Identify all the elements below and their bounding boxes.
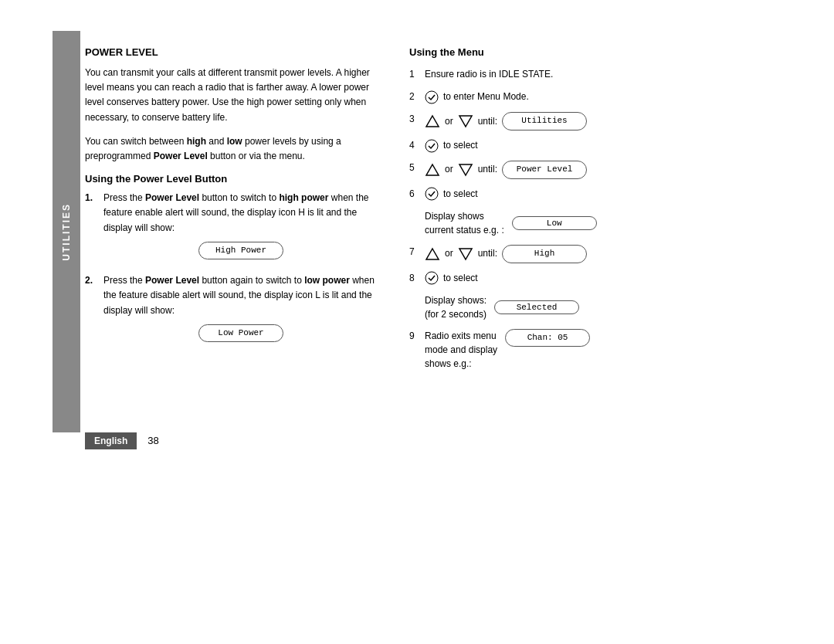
display-box-selected: Selected — [494, 300, 579, 314]
right-step-7: 7 or until: High — [409, 245, 703, 263]
intro-para2-bold3: Power Level — [154, 151, 208, 161]
right-step-1: 1 Ensure radio is in IDLE STATE. — [409, 67, 703, 82]
display-label-low: Display showscurrent status e.g. : Low — [409, 209, 703, 237]
right-step-8: 8 to select — [409, 271, 703, 286]
display-box-9: Chan: 05 — [505, 329, 590, 347]
step-content-5: or until: Power Level — [425, 161, 587, 179]
step-content-4: to select — [425, 138, 478, 153]
svg-point-3 — [425, 140, 438, 152]
right-section-title: Using the Menu — [409, 46, 703, 58]
step-content-9: Radio exits menumode and displayshows e.… — [425, 329, 590, 371]
up-icon-7 — [425, 247, 440, 261]
sidebar-tab-label: UTILITIES — [61, 203, 72, 261]
footer: English 38 — [85, 425, 749, 449]
right-step-5: 5 or until: Power Level — [409, 161, 703, 179]
svg-marker-7 — [426, 249, 439, 259]
svg-point-6 — [425, 188, 438, 200]
display-box-low: Low — [512, 216, 597, 230]
right-column: Using the Menu 1 Ensure radio is in IDLE… — [409, 46, 703, 378]
intro-para2-bold1: high — [187, 136, 206, 147]
display-label-selected-text: Display shows:(for 2 seconds) — [425, 293, 486, 321]
step-content-8: to select — [425, 271, 478, 286]
step-num-3: 3 — [409, 112, 425, 127]
down-icon-7 — [458, 247, 473, 261]
step-content-7: or until: High — [425, 245, 587, 263]
up-icon-3 — [425, 114, 440, 129]
section-title: POWER LEVEL — [85, 46, 378, 58]
step-content-2: to enter Menu Mode. — [425, 90, 529, 104]
down-icon-3 — [458, 114, 473, 129]
check-icon-8 — [425, 271, 439, 285]
step-num-1: 1 — [409, 67, 425, 82]
step-content-6: to select — [425, 187, 478, 202]
intro-para2-mid: and — [206, 136, 227, 147]
display-box-1: High Power — [198, 242, 283, 260]
svg-marker-4 — [426, 164, 439, 175]
step-2-text: Press the Power Level button again to sw… — [103, 273, 378, 350]
intro-para2-bold2: low — [227, 136, 242, 147]
right-step-3: 3 or until: Utilities — [409, 112, 703, 130]
check-icon-4 — [425, 139, 439, 153]
subsection-title: Using the Power Level Button — [85, 173, 378, 185]
svg-marker-8 — [459, 249, 472, 259]
language-badge: English — [85, 432, 137, 449]
step-content-3: or until: Utilities — [425, 112, 587, 130]
display-label-selected: Display shows:(for 2 seconds) Selected — [409, 293, 703, 321]
step-num-5: 5 — [409, 161, 425, 175]
step-2: 2. Press the Power Level button again to… — [85, 273, 378, 350]
display-box-3: Utilities — [502, 112, 587, 130]
display-box-wrapper-2: Low Power — [103, 324, 378, 343]
main-content: POWER LEVEL You can transmit your calls … — [85, 31, 749, 394]
intro-para1: You can transmit your calls at different… — [85, 66, 378, 125]
display-box-2: Low Power — [198, 324, 283, 343]
check-icon-2 — [425, 90, 439, 104]
intro-para2-end: button or via the menu. — [208, 151, 305, 161]
step-num-7: 7 — [409, 245, 425, 259]
page-container: UTILITIES POWER LEVEL You can transmit y… — [85, 31, 749, 449]
step-num-2: 2 — [409, 90, 425, 104]
right-step-6: 6 to select — [409, 187, 703, 202]
down-icon-5 — [458, 163, 473, 177]
or-text-3: or — [445, 114, 453, 129]
right-step-4: 4 to select — [409, 138, 703, 153]
step-1-text: Press the Power Level button to switch t… — [103, 191, 378, 267]
step-2-num: 2. — [85, 273, 97, 350]
intro-para2: You can switch between high and low powe… — [85, 134, 378, 164]
step-9-label: Radio exits menumode and displayshows e.… — [425, 329, 497, 371]
left-column: POWER LEVEL You can transmit your calls … — [85, 46, 378, 378]
page-number: 38 — [147, 435, 158, 446]
svg-marker-2 — [459, 116, 472, 127]
step-content-1: Ensure radio is in IDLE STATE. — [425, 67, 553, 82]
up-icon-5 — [425, 163, 440, 177]
step-1-num: 1. — [85, 191, 97, 267]
step-num-9: 9 — [409, 329, 425, 344]
sidebar-tab: UTILITIES — [53, 31, 80, 432]
display-box-wrapper-1: High Power — [103, 242, 378, 260]
display-box-7: High — [502, 245, 587, 263]
svg-marker-5 — [459, 164, 472, 175]
display-box-5: Power Level — [502, 161, 587, 179]
right-step-9: 9 Radio exits menumode and displayshows … — [409, 329, 703, 371]
step-num-8: 8 — [409, 271, 425, 286]
step-1: 1. Press the Power Level button to switc… — [85, 191, 378, 267]
right-step-2: 2 to enter Menu Mode. — [409, 90, 703, 104]
step-num-4: 4 — [409, 138, 425, 153]
svg-point-0 — [425, 91, 438, 103]
svg-point-9 — [425, 272, 438, 284]
intro-para2-prefix: You can switch between — [85, 136, 187, 147]
svg-marker-1 — [426, 116, 439, 127]
display-label-low-text: Display showscurrent status e.g. : — [425, 209, 504, 237]
step-num-6: 6 — [409, 187, 425, 202]
step-list: 1. Press the Power Level button to switc… — [85, 191, 378, 350]
check-icon-6 — [425, 187, 439, 201]
